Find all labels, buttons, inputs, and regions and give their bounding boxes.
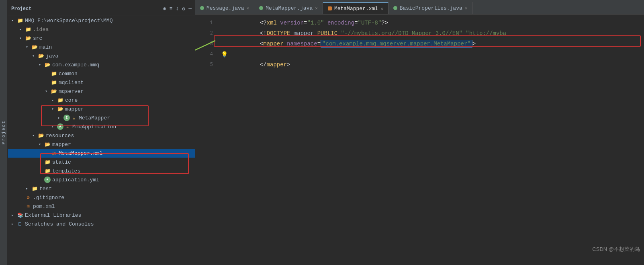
chevron-scratches [11,222,16,226]
label-mqserver: mqserver [59,88,84,94]
tab-close-message[interactable]: ✕ [247,6,249,11]
tree-item-extlib[interactable]: 📚 External Libraries [8,211,195,220]
label-mmq: MMQ E:\workSpace\project\MMQ [25,18,112,24]
chevron-resources [32,133,37,138]
tab-label-basicproperties: BasicProperties.java [400,5,462,11]
folder-icon-templates: 📁 [44,168,51,174]
tree-item-resources[interactable]: 📂 resources [8,131,195,140]
tab-close-metamapper-xml[interactable]: ✕ [380,6,383,11]
label-gitignore: .gitignore [33,195,64,201]
label-mapper-xml-folder: mapper [52,142,71,148]
tree-item-test[interactable]: 📁 test [8,184,195,193]
pom-icon: m [25,203,31,210]
tree-item-com[interactable]: 📂 com.example.mmq [8,60,195,69]
chevron-mmqapp [51,124,56,129]
tree-item-scratches[interactable]: 🗒 Scratches and Consoles [8,220,195,228]
label-application-yml: application.yml [52,177,99,183]
tab-close-metamapper-java[interactable]: ✕ [315,6,318,11]
scroll-center-icon[interactable]: ≡ [170,6,173,12]
tree-item-idea[interactable]: 📁 .idea [8,25,195,34]
folder-icon-com: 📂 [44,62,51,68]
tab-message-java[interactable]: Message.java ✕ [195,2,254,14]
tree-item-mapper-xml-folder[interactable]: 📂 mapper [8,140,195,149]
java-icon-mmqapp: ☕ [64,123,71,130]
extlib-icon: 📚 [17,212,23,218]
folder-icon-test: 📁 [31,185,38,192]
chevron-metamapper-java [58,115,63,120]
label-metamapper-java: MetaMapper [79,115,110,121]
tree-item-templates[interactable]: 📁 templates [8,166,195,175]
tree-item-metamapper-java[interactable]: I ☕ MetaMapper [8,113,195,122]
tab-bar: Message.java ✕ MetaMapper.java ✕ MetaMap… [195,0,644,14]
tab-label-message: Message.java [206,5,244,11]
close-panel-icon[interactable]: — [188,6,192,12]
label-mqclient: mqclient [59,80,84,86]
tab-dot-message [200,6,204,10]
chevron-main [26,45,31,49]
folder-icon-mqclient: 📁 [51,79,57,86]
class-icon-mmqapp: A [57,123,63,130]
tab-basicproperties-java[interactable]: BasicProperties.java ✕ [388,2,473,14]
chevron-core [51,98,56,103]
tree-item-mmq[interactable]: 📁 MMQ E:\workSpace\project\MMQ [8,16,195,25]
tree-item-static[interactable]: 📁 static [8,158,195,166]
folder-icon-resources: 📂 [38,132,44,139]
code-text-5: </mapper> [219,55,290,74]
line-num-5: 5 [198,62,213,68]
sidebar-title: Project [11,6,31,12]
tree-item-core[interactable]: 📁 core [8,96,195,105]
tree-item-application-yml[interactable]: ● application.yml [8,175,195,184]
code-text-3: <mapper namespace="com.example.mmq.mqser… [219,34,476,53]
collapse-icon[interactable]: ↕ [176,6,179,12]
tree-item-common[interactable]: 📁 common [8,69,195,78]
line-num-3: 3 [198,41,213,47]
tree-item-gitignore[interactable]: ⚙ .gitignore [8,193,195,202]
tree-item-mapper-java[interactable]: 📂 mapper [8,105,195,113]
label-core: core [65,97,78,103]
chevron-mqserver [45,89,50,94]
label-resources: resources [46,133,74,139]
tree-item-pom[interactable]: m pom.xml [8,202,195,211]
tree-item-src[interactable]: 📂 src [8,34,195,43]
label-metamapper-xml: MetaMapper.xml [59,150,102,156]
watermark: CSDN @不想菜的鸟 [592,246,640,253]
tab-metamapper-xml[interactable]: MetaMapper.xml ✕ [323,2,388,14]
tree-item-mqclient[interactable]: 📁 mqclient [8,78,195,87]
label-idea: .idea [33,27,49,33]
chevron-idea [19,27,24,32]
folder-icon-java: 📂 [38,53,44,59]
line-num-1: 1 [198,20,213,26]
add-content-icon[interactable]: ⊕ [163,6,166,12]
tab-metamapper-java[interactable]: MetaMapper.java ✕ [254,2,323,14]
tab-dot-metamapper-xml [328,6,332,10]
label-common: common [59,71,78,77]
folder-icon-src: 📂 [25,35,31,41]
label-mmqapp: MmqApplication [72,124,116,130]
chevron-mapper-java [51,107,56,111]
tree-item-main[interactable]: 📂 main [8,43,195,51]
tree-item-mqserver[interactable]: 📂 mqserver [8,87,195,96]
chevron-test [26,186,31,191]
xml-icon-metamapper: 🗂 [51,150,57,156]
tree-item-java[interactable]: 📂 java [8,51,195,60]
label-mapper-java: mapper [65,106,84,112]
label-src: src [33,35,42,41]
chevron-mapper-xml-folder [39,142,43,147]
settings-icon[interactable]: ⚙ [182,6,185,12]
tab-close-basicproperties[interactable]: ✕ [465,6,468,11]
tree-item-metamapper-xml[interactable]: 🗂 MetaMapper.xml [8,149,195,158]
folder-icon-main: 📂 [31,44,38,50]
chevron-src [19,36,24,41]
folder-icon-mapper-java: 📂 [57,106,63,112]
label-pom: pom.xml [33,203,55,210]
line-num-2: 2 [198,31,213,36]
editor-content[interactable]: 1 <?xml version="1.0" encoding="UTF-8"?>… [195,14,644,265]
tree-item-mmqapp[interactable]: A ☕ MmqApplication [8,122,195,131]
yaml-dot-icon: ● [44,177,51,183]
label-scratches: Scratches and Consoles [25,221,94,227]
code-line-3: → 3 <mapper namespace="com.example.mmq.m… [195,39,644,49]
label-java: java [46,53,58,59]
tab-dot-metamapper-java [259,6,263,10]
interface-icon-metamapper: I [63,115,70,121]
chevron-extlib [11,213,16,218]
